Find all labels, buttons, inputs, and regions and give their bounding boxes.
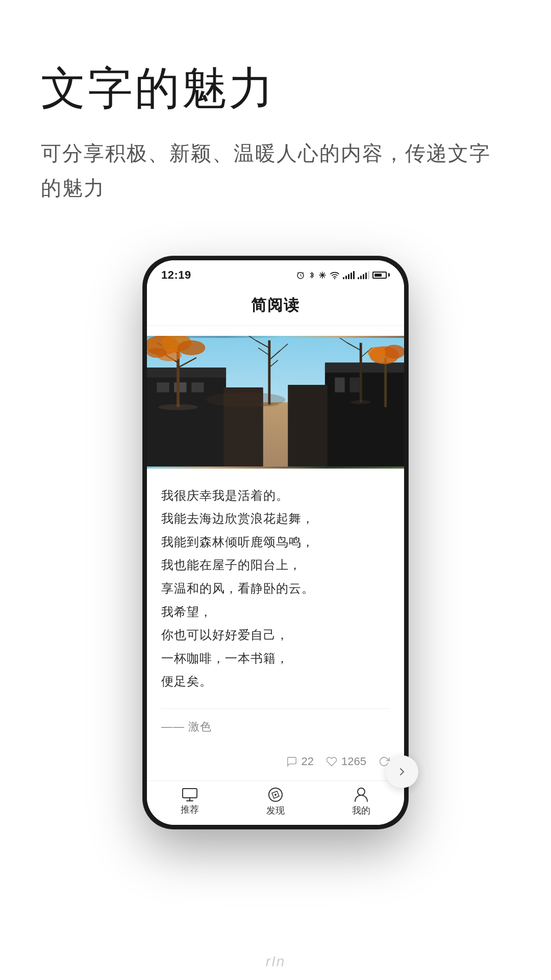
article-line-7: 你也可以好好爱自己， (161, 623, 390, 647)
phone-mockup: 12:19 (143, 256, 408, 829)
nav-item-profile[interactable]: 我的 (352, 787, 370, 817)
nav-label-profile: 我的 (352, 804, 370, 817)
page-container: 文字的魅力 可分享积极、新颖、温暖人心的内容，传递文字的魅力 12:19 (0, 0, 551, 980)
svg-point-24 (147, 348, 167, 357)
svg-rect-12 (335, 377, 344, 392)
app-header: 简阅读 (147, 286, 404, 326)
article-line-9: 便足矣。 (161, 670, 390, 693)
article-author: —— 激色 (161, 708, 390, 734)
article-line-2: 我能去海边欣赏浪花起舞， (161, 507, 390, 530)
next-button[interactable] (386, 755, 418, 788)
svg-point-40 (158, 404, 198, 410)
svg-rect-9 (191, 382, 204, 392)
svg-rect-44 (183, 789, 197, 798)
top-content: 文字的魅力 可分享积极、新颖、温暖人心的内容，传递文字的魅力 (0, 0, 551, 236)
comment-icon (286, 756, 297, 767)
article-line-4: 我也能在屋子的阳台上， (161, 553, 390, 577)
svg-point-1 (334, 278, 335, 279)
article-line-1: 我很庆幸我是活着的。 (161, 484, 390, 507)
battery-icon (372, 272, 390, 279)
article-text: 我很庆幸我是活着的。 我能去海边欣赏浪花起舞， 我能到森林倾听鹿颂鸟鸣， 我也能… (161, 484, 390, 693)
chevron-right-icon (396, 766, 408, 778)
app-content: 我很庆幸我是活着的。 我能去海边欣赏浪花起舞， 我能到森林倾听鹿颂鸟鸣， 我也能… (147, 336, 404, 780)
svg-rect-11 (325, 362, 404, 372)
svg-rect-8 (174, 382, 186, 392)
status-icons (296, 271, 390, 280)
like-count: 1265 (341, 755, 366, 768)
nav-label-recommend: 推荐 (181, 803, 199, 816)
article-card[interactable]: 我很庆幸我是活着的。 我能去海边欣赏浪花起舞， 我能到森林倾听鹿颂鸟鸣， 我也能… (147, 336, 404, 780)
svg-rect-7 (157, 382, 169, 392)
svg-point-43 (206, 392, 285, 407)
comment-stat[interactable]: 22 (286, 755, 314, 768)
article-line-5: 享温和的风，看静卧的云。 (161, 577, 390, 600)
monitor-icon (182, 788, 197, 801)
article-scene-svg (147, 336, 404, 469)
app-title: 简阅读 (251, 297, 300, 313)
article-line-3: 我能到森林倾听鹿颂鸟鸣， (161, 530, 390, 554)
subtitle: 可分享积极、新颖、温暖人心的内容，传递文字的魅力 (41, 136, 510, 205)
signal-bars-2 (358, 271, 369, 279)
status-bar: 12:19 (147, 260, 404, 286)
svg-point-39 (368, 347, 386, 358)
nav-item-recommend[interactable]: 推荐 (181, 788, 199, 816)
nav-item-discover[interactable]: 发现 (266, 787, 285, 817)
compass-icon (268, 787, 283, 802)
main-title: 文字的魅力 (41, 61, 510, 115)
signal-bars-1 (343, 271, 355, 279)
bottom-nav: 推荐 发现 (147, 780, 404, 825)
phone-inner: 12:19 (147, 260, 404, 825)
vibrate-icon (318, 271, 327, 280)
svg-rect-13 (349, 377, 359, 392)
wifi-icon (330, 271, 340, 279)
bluetooth-icon (308, 271, 315, 280)
svg-rect-32 (360, 342, 362, 402)
svg-rect-36 (384, 357, 387, 407)
status-time: 12:19 (161, 268, 191, 282)
heart-icon (326, 756, 337, 767)
user-icon (354, 787, 368, 802)
phone-mockup-wrapper: 12:19 (0, 236, 551, 980)
like-stat[interactable]: 1265 (326, 755, 366, 768)
svg-rect-15 (288, 385, 328, 467)
bottom-brand: rIn (266, 953, 286, 970)
article-line-8: 一杯咖啡，一本书籍， (161, 647, 390, 670)
svg-point-47 (274, 794, 277, 796)
svg-point-42 (350, 400, 370, 404)
comment-count: 22 (302, 755, 314, 768)
svg-point-22 (178, 340, 205, 355)
svg-point-38 (383, 345, 404, 358)
nav-label-discover: 发现 (266, 804, 285, 817)
alarm-icon (296, 271, 305, 280)
article-stats: 22 1265 (147, 745, 404, 780)
svg-rect-6 (147, 368, 226, 377)
svg-point-48 (358, 788, 365, 795)
article-image (147, 336, 404, 469)
article-body: 我很庆幸我是活着的。 我能去海边欣赏浪花起舞， 我能到森林倾听鹿颂鸟鸣， 我也能… (147, 469, 404, 745)
article-line-6: 我希望， (161, 600, 390, 624)
